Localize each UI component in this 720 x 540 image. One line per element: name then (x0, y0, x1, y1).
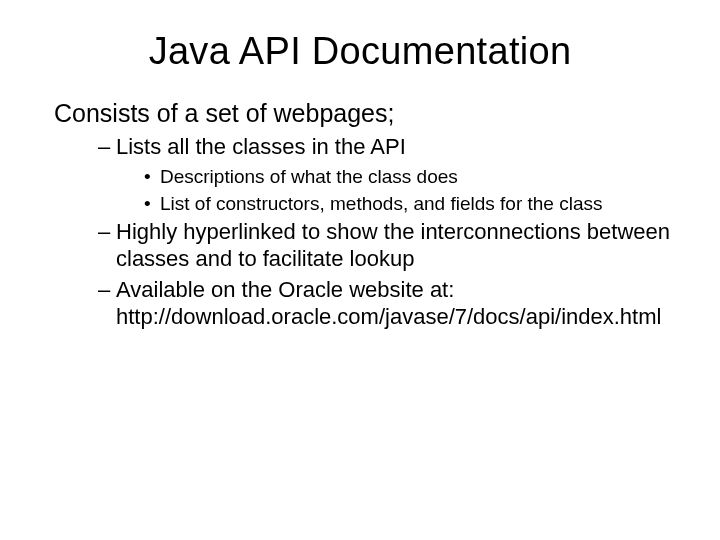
list-item: List of constructors, methods, and field… (144, 192, 670, 216)
list-item: Available on the Oracle website at: http… (98, 277, 670, 331)
list-item: Highly hyperlinked to show the interconn… (98, 219, 670, 273)
bullet-list-level2: Descriptions of what the class does List… (144, 165, 670, 216)
list-item-text: Lists all the classes in the API (116, 134, 406, 159)
list-item-text: Available on the Oracle website at: http… (116, 277, 661, 329)
intro-text: Consists of a set of webpages; (54, 99, 670, 128)
list-item-text: List of constructors, methods, and field… (160, 193, 602, 214)
list-item-text: Highly hyperlinked to show the interconn… (116, 219, 670, 271)
list-item: Lists all the classes in the API Descrip… (98, 134, 670, 215)
list-item: Descriptions of what the class does (144, 165, 670, 189)
bullet-list-level1: Lists all the classes in the API Descrip… (98, 134, 670, 331)
list-item-text: Descriptions of what the class does (160, 166, 458, 187)
slide-title: Java API Documentation (50, 30, 670, 73)
